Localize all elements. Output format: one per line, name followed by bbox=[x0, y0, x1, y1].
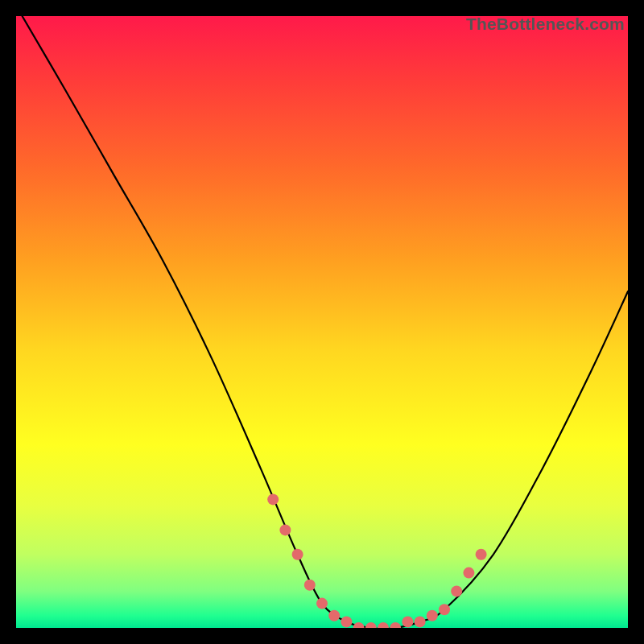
marker-point bbox=[365, 622, 377, 628]
marker-point bbox=[439, 604, 450, 615]
marker-point bbox=[328, 610, 340, 621]
marker-point bbox=[390, 622, 401, 628]
marker-point bbox=[463, 568, 474, 579]
marker-point bbox=[353, 622, 365, 628]
marker-point bbox=[451, 585, 462, 597]
marker-point bbox=[402, 616, 413, 627]
bottleneck-curve bbox=[23, 16, 628, 628]
marker-point bbox=[267, 493, 279, 505]
marker-point bbox=[427, 610, 438, 621]
marker-point bbox=[476, 549, 487, 560]
marker-point bbox=[279, 524, 291, 535]
marker-point bbox=[316, 598, 328, 609]
chart-frame: TheBottleneck.com bbox=[0, 0, 644, 644]
curve-svg bbox=[16, 16, 628, 628]
marker-point bbox=[378, 622, 389, 628]
marker-point bbox=[292, 549, 303, 560]
marker-point bbox=[341, 616, 352, 627]
marker-point bbox=[304, 580, 316, 591]
marker-point bbox=[415, 616, 426, 627]
plot-area: TheBottleneck.com bbox=[16, 16, 628, 628]
